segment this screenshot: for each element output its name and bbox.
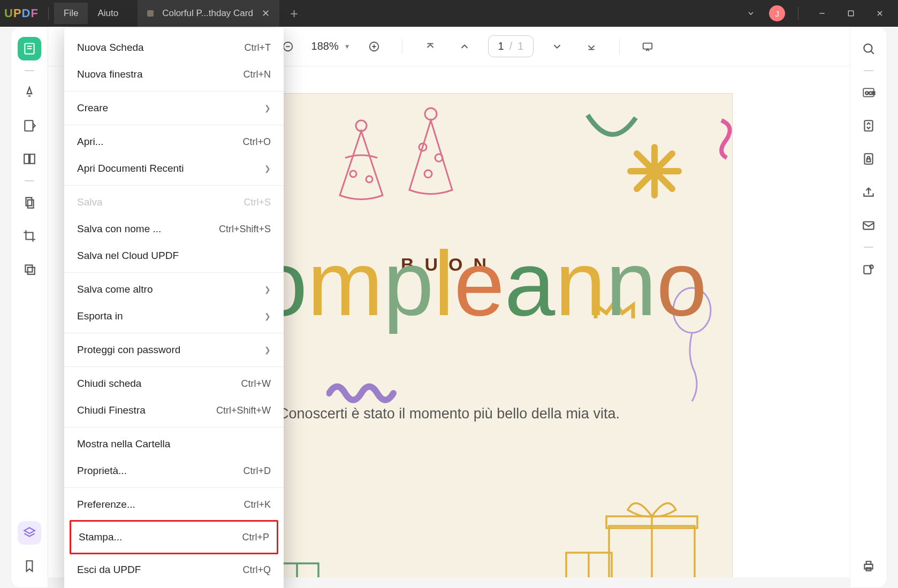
party-hat-doodle [332, 115, 391, 201]
organize-tool-icon[interactable] [18, 147, 41, 171]
svg-rect-32 [863, 222, 874, 230]
add-tab-button[interactable]: + [279, 5, 309, 22]
svg-rect-30 [867, 159, 871, 162]
left-sidebar [11, 27, 48, 588]
spiral-doodle [705, 115, 733, 163]
layers-icon[interactable] [18, 521, 41, 545]
party-hat-doodle [401, 104, 460, 195]
svg-rect-8 [25, 120, 33, 131]
menu-save-as[interactable]: Salva con nome ...Ctrl+Shift+S [64, 216, 284, 242]
email-icon[interactable] [857, 213, 880, 237]
svg-point-43 [350, 171, 356, 177]
menu-preferences[interactable]: Preferenze...Ctrl+K [64, 491, 284, 518]
menu-close-window[interactable]: Chiudi FinestraCtrl+Shift+W [64, 397, 284, 424]
svg-rect-14 [28, 268, 35, 274]
svg-rect-10 [30, 154, 35, 163]
presentation-button[interactable] [637, 36, 658, 57]
ocr-icon[interactable]: OCR [857, 81, 880, 104]
svg-rect-9 [24, 154, 29, 163]
menu-print[interactable]: Stampa...Ctrl+P [71, 522, 277, 553]
asterisk-doodle [625, 142, 684, 201]
menu-exit[interactable]: Esci da UPDFCtrl+Q [64, 556, 284, 583]
svg-rect-36 [866, 561, 871, 564]
svg-rect-1 [848, 11, 853, 16]
svg-rect-13 [25, 265, 32, 272]
redact-tool-icon[interactable] [18, 257, 41, 281]
tab-thumbnail-icon [147, 10, 154, 17]
first-page-button[interactable] [420, 36, 441, 57]
crop-tool-icon[interactable] [18, 224, 41, 248]
menu-create[interactable]: Creare❯ [64, 95, 284, 121]
gift-doodle [561, 488, 700, 577]
menu-new-tab[interactable]: Nuova SchedaCtrl+T [64, 34, 284, 61]
svg-rect-23 [643, 43, 652, 49]
window-maximize-button[interactable] [840, 3, 862, 24]
zoom-in-button[interactable] [363, 36, 385, 57]
print-icon[interactable] [857, 554, 880, 578]
right-sidebar: OCR [850, 27, 887, 588]
last-page-button[interactable] [581, 36, 602, 57]
protect-icon[interactable] [857, 147, 880, 171]
app-logo: UPDF [0, 6, 43, 20]
edit-tool-icon[interactable] [18, 114, 41, 138]
window-minimize-button[interactable] [811, 3, 833, 24]
bookmark-icon[interactable] [18, 554, 41, 578]
close-tab-icon[interactable]: ✕ [262, 7, 270, 19]
squiggle-doodle [326, 377, 401, 404]
menu-new-window[interactable]: Nuova finestraCtrl+N [64, 61, 284, 88]
document-tab[interactable]: Colorful P...thday Card ✕ [138, 0, 279, 27]
print-highlight-annotation: Stampa...Ctrl+P [70, 520, 278, 554]
svg-point-47 [435, 154, 443, 162]
window-close-button[interactable] [869, 3, 891, 24]
page-tool-icon[interactable] [18, 191, 41, 215]
menu-open[interactable]: Apri...Ctrl+O [64, 128, 284, 155]
next-page-button[interactable] [546, 36, 568, 57]
menu-save: SalvaCtrl+S [64, 189, 284, 216]
menu-close-tab[interactable]: Chiudi schedaCtrl+W [64, 370, 284, 397]
user-avatar[interactable]: J [769, 5, 785, 21]
zoom-level-dropdown[interactable]: 188%▼ [311, 40, 351, 52]
svg-point-24 [864, 44, 872, 52]
menu-open-recent[interactable]: Apri Documenti Recenti❯ [64, 155, 284, 182]
tab-title: Colorful P...thday Card [162, 8, 253, 19]
svg-point-44 [366, 176, 372, 182]
share-icon[interactable] [857, 180, 880, 204]
svg-point-48 [424, 170, 432, 178]
comment-tool-icon[interactable] [18, 81, 41, 104]
menu-save-cloud[interactable]: Salva nel Cloud UPDF [64, 242, 284, 269]
svg-text:OCR: OCR [865, 90, 876, 96]
batch-icon[interactable] [857, 257, 880, 281]
menu-export[interactable]: Esporta in❯ [64, 303, 284, 330]
svg-rect-11 [26, 197, 32, 205]
menu-show-folder[interactable]: Mostra nella Cartella [64, 431, 284, 457]
menu-save-other[interactable]: Salva come altro❯ [64, 276, 284, 303]
compress-icon[interactable] [857, 114, 880, 138]
svg-line-25 [871, 51, 873, 54]
file-dropdown-menu: Nuova SchedaCtrl+T Nuova finestraCtrl+N … [64, 28, 284, 588]
title-bar: UPDF File Aiuto Colorful P...thday Card … [0, 0, 898, 27]
search-icon[interactable] [857, 37, 880, 60]
reader-tool-icon[interactable] [18, 37, 41, 60]
file-menu-button[interactable]: File [54, 3, 88, 24]
svg-marker-15 [24, 528, 35, 533]
prev-page-button[interactable] [454, 36, 475, 57]
help-menu-button[interactable]: Aiuto [88, 3, 128, 24]
svg-rect-12 [28, 200, 34, 208]
page-number-input[interactable]: 1/1 [488, 35, 534, 57]
menu-properties[interactable]: Proprietà...Ctrl+D [64, 457, 284, 484]
chevron-down-icon[interactable] [740, 3, 762, 24]
menu-protect[interactable]: Proteggi con password❯ [64, 337, 284, 363]
